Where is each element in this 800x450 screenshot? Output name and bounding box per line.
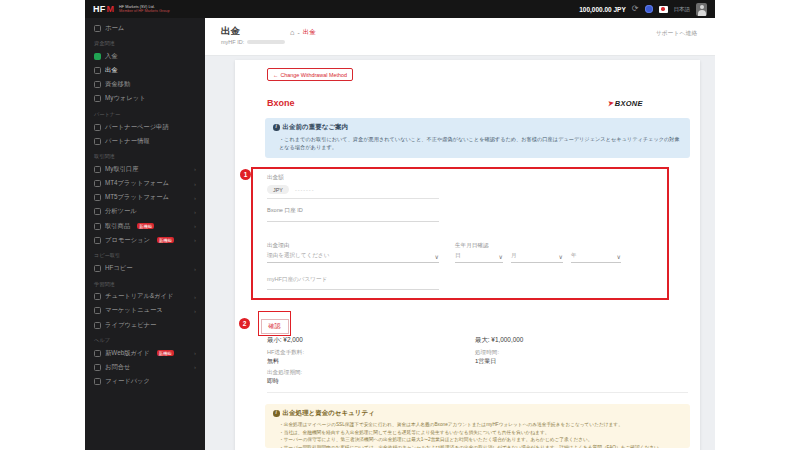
breadcrumb: ⌂ - 出金: [290, 28, 316, 37]
promo-icon: [94, 237, 101, 244]
reason-label: 出金理由: [267, 242, 289, 250]
dob-year-select[interactable]: 年 ∨: [571, 250, 621, 263]
sidebar-item-accounts[interactable]: My取引口座›: [85, 162, 205, 176]
security-bullet: ・出金処理はマイページのSSL保護下で安全に行われ、資金は本人名義のBxoneア…: [279, 421, 682, 429]
security-bullet: ・サーバーの保守等により、第三者決済機関への出金処理には最大1〜2営業日ほどお時…: [279, 436, 682, 444]
content-area: ← Change Withdrawal Method Bxone ➤ BXONE…: [205, 56, 715, 450]
step-2-badge: 2: [239, 318, 250, 329]
logo-line2: Member of HF Markets Group: [119, 9, 169, 14]
chevron-down-icon: ∨: [499, 253, 503, 260]
security-notice-box: i 出金処理と資金のセキュリティ ・出金処理はマイページのSSL保護下で安全に行…: [265, 404, 690, 448]
refresh-icon[interactable]: ⟳: [632, 5, 639, 13]
language-label[interactable]: 日本語: [674, 6, 691, 13]
sidebar-item-home[interactable]: ホーム: [85, 21, 205, 35]
sidebar-item-mt4[interactable]: MT4プラットフォーム›: [85, 177, 205, 191]
dob-label: 生年月日確認: [455, 242, 489, 250]
time-label: 処理時間:: [475, 349, 499, 357]
chevron-right-icon: ›: [194, 195, 196, 201]
confirm-button[interactable]: 確認: [261, 319, 289, 334]
period-label: 出金処理期間:: [267, 369, 302, 377]
sidebar-item-contact[interactable]: お問合せ›: [85, 360, 205, 374]
sidebar-item-withdrawal[interactable]: 出金: [85, 63, 205, 77]
sidebar-item-webinar[interactable]: ライブウェビナー: [85, 318, 205, 332]
bxone-arrow-icon: ➤: [606, 98, 614, 108]
bxone-logo: ➤ BXONE: [607, 99, 643, 108]
sidebar-item-deposit[interactable]: 入金: [85, 49, 205, 63]
sidebar-item-promotions[interactable]: プロモーション新機能›: [85, 233, 205, 247]
notice-text: ・これまでのお取引において、資金が悪用されていないこと、不正や虚偽がないことを確…: [273, 135, 682, 151]
sidebar-item-label: HFコピー: [105, 264, 133, 273]
japan-flag-icon[interactable]: [659, 6, 668, 13]
hfm-logo[interactable]: HFM HF Markets (SV) Ltd. Member of HF Ma…: [93, 4, 170, 14]
sidebar-item-label: ライブウェビナー: [105, 321, 156, 330]
chevron-right-icon: ›: [194, 364, 196, 370]
sidebar-item-partner-apply[interactable]: パートナーページ申請: [85, 120, 205, 134]
sidebar-item-mt5[interactable]: MT5プラットフォーム›: [85, 191, 205, 205]
sidebar-item-label: プロモーション: [105, 236, 150, 245]
chevron-right-icon: ›: [194, 350, 196, 356]
dob-month-select[interactable]: 月 ∨: [511, 250, 563, 263]
max-amount: 最大: ¥1,000,000: [475, 336, 523, 345]
sidebar-item-hfcopy[interactable]: HFコピー›: [85, 261, 205, 275]
currency-chip[interactable]: JPY: [267, 185, 289, 194]
dob-month-placeholder: 月: [511, 252, 517, 260]
chevron-right-icon: ›: [194, 209, 196, 215]
sidebar-item-label: フィードバック: [105, 377, 150, 386]
change-method-label: Change Withdrawal Method: [280, 72, 347, 78]
chevron-right-icon: ›: [194, 223, 196, 229]
step-1-badge: 1: [240, 169, 251, 180]
change-withdrawal-method-button[interactable]: ← Change Withdrawal Method: [267, 68, 353, 81]
home-icon: [94, 25, 101, 32]
amount-label: 出金額: [267, 174, 284, 182]
sidebar-item-tutorials[interactable]: チュートリアル&ガイド›: [85, 290, 205, 304]
support-link[interactable]: サポートへ連絡: [656, 29, 697, 38]
sidebar-item-analysis-tools[interactable]: 分析ツール›: [85, 205, 205, 219]
user-avatar[interactable]: [696, 3, 707, 16]
bxone-logo-text: BXONE: [615, 99, 643, 108]
sidebar-item-transfer[interactable]: 資金移動: [85, 78, 205, 92]
sidebar-section-trading: 取引関連: [85, 148, 205, 162]
globe-icon[interactable]: [645, 5, 653, 13]
password-input[interactable]: [267, 278, 439, 290]
sidebar-item-label: チュートリアル&ガイド: [105, 292, 174, 301]
sidebar-item-products[interactable]: 取引商品新機能›: [85, 219, 205, 233]
back-arrow-icon: ←: [273, 72, 278, 78]
sidebar-item-label: 資金移動: [105, 80, 130, 89]
withdrawal-icon: [94, 67, 101, 74]
sidebar-item-partner-info[interactable]: パートナー情報: [85, 134, 205, 148]
sidebar-item-feedback[interactable]: フィードバック: [85, 375, 205, 389]
min-amount: 最小: ¥2,000: [267, 336, 303, 345]
breadcrumb-current: 出金: [303, 28, 316, 37]
bxone-account-input[interactable]: [267, 210, 439, 222]
news-icon: [94, 307, 101, 314]
sidebar-item-market-news[interactable]: マーケットニュース›: [85, 304, 205, 318]
platform-icon: [94, 180, 101, 187]
amount-placeholder: -------: [295, 187, 315, 193]
sidebar-item-web-guide[interactable]: 新Web版ガイド新機能›: [85, 346, 205, 360]
method-title: Bxone: [267, 98, 295, 108]
logo-text-m: M: [107, 4, 115, 14]
sidebar-item-label: 分析ツール: [105, 207, 137, 216]
sidebar-item-mywallet[interactable]: Myウォレット: [85, 92, 205, 106]
sidebar-item-label: My取引口座: [105, 165, 139, 174]
myhf-id: myHF ID:: [221, 39, 285, 45]
sidebar-item-label: 新Web版ガイド: [105, 349, 150, 358]
document-icon: [94, 138, 101, 145]
reason-select[interactable]: 理由を選択してください ∨: [267, 250, 439, 263]
myhf-id-label: myHF ID:: [221, 39, 244, 45]
submit-annotation-box: 確認: [258, 311, 291, 336]
security-bullet: ・サーバー間取引期間中のお客様については、出金依頼のキャンセルおよび処理済みの出…: [279, 444, 682, 448]
chevron-down-icon: ∨: [435, 253, 439, 260]
new-badge: 新機能: [157, 237, 174, 243]
sidebar-item-label: MT5プラットフォーム: [105, 193, 169, 202]
partner-icon: [94, 124, 101, 131]
sidebar-item-label: 入金: [105, 52, 118, 61]
guide-icon: [94, 350, 101, 357]
chevron-right-icon: ›: [194, 266, 196, 272]
sidebar-item-label: 出金: [105, 66, 118, 75]
dob-day-select[interactable]: 日 ∨: [455, 250, 503, 263]
page-title: 出金: [221, 25, 240, 38]
amount-input[interactable]: JPY -------: [267, 185, 439, 199]
period-value: 即時: [267, 377, 279, 386]
home-icon[interactable]: ⌂: [290, 28, 295, 37]
